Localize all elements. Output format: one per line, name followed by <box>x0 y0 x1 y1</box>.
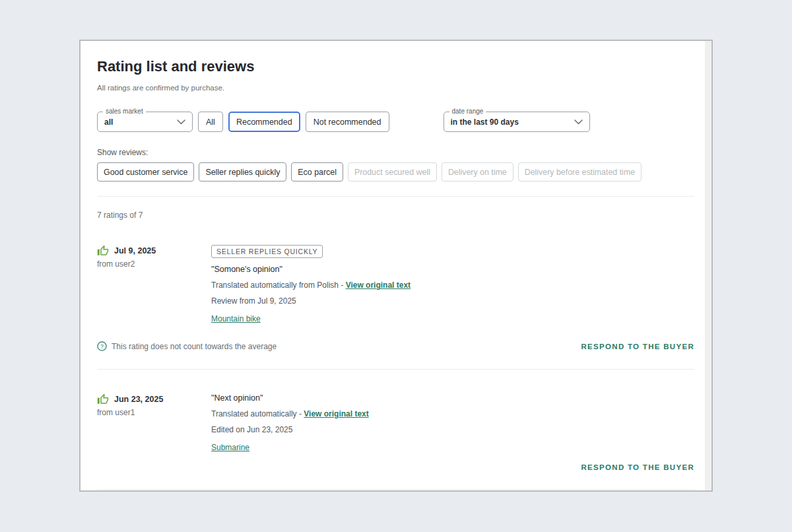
thumb-up-icon <box>97 393 109 405</box>
review-meta-column: Jul 9, 2025 from user2 <box>97 245 211 324</box>
show-reviews-label: Show reviews: <box>97 148 694 157</box>
translated-prefix: Translated automatically - <box>211 409 304 418</box>
divider <box>97 196 694 197</box>
note-respond-row: ? This rating does not count towards the… <box>97 341 694 351</box>
date-range-label: date range <box>449 108 486 115</box>
page-subtitle: All ratings are confirmed by purchase. <box>97 84 694 92</box>
sales-market-select[interactable]: sales market all <box>97 112 193 132</box>
translated-prefix: Translated automatically from Polish - <box>211 281 346 290</box>
review-tag-filters: Good customer service Seller replies qui… <box>97 162 694 182</box>
svg-text:?: ? <box>100 343 104 350</box>
filter-all-button[interactable]: All <box>198 112 223 132</box>
results-count: 7 ratings of 7 <box>97 211 694 220</box>
review-date: Jul 9, 2025 <box>114 246 156 255</box>
product-link[interactable]: Submarine <box>211 443 249 452</box>
filters-row: sales market all All Recommended Not rec… <box>97 112 694 132</box>
review-opinion: "Somone's opinion" <box>211 265 694 274</box>
rating-note: ? This rating does not count towards the… <box>97 341 277 351</box>
review-author: from user2 <box>97 259 211 269</box>
thumb-up-icon <box>97 245 109 257</box>
tag-seller-replies-quickly[interactable]: Seller replies quickly <box>199 162 286 182</box>
review-opinion: "Next opinion" <box>211 393 694 403</box>
review-date: Jun 23, 2025 <box>114 395 163 404</box>
translated-note: Translated automatically - View original… <box>211 409 694 418</box>
review-item: Jun 23, 2025 from user1 "Next opinion" T… <box>97 393 694 453</box>
respond-to-buyer-button[interactable]: RESPOND TO THE BUYER <box>581 463 694 471</box>
review-meta-column: Jun 23, 2025 from user1 <box>97 393 211 453</box>
translated-note: Translated automatically from Polish - V… <box>211 281 694 290</box>
page-background: { "page": { "title": "Rating list and re… <box>0 0 792 532</box>
page-title: Rating list and reviews <box>97 58 694 75</box>
review-meta: Edited on Jun 23, 2025 <box>211 425 694 434</box>
respond-to-buyer-button[interactable]: RESPOND TO THE BUYER <box>581 343 694 350</box>
review-author: from user1 <box>97 408 211 417</box>
review-body: SELLER REPLIES QUICKLY "Somone's opinion… <box>211 245 694 324</box>
tag-good-customer-service[interactable]: Good customer service <box>97 162 194 182</box>
view-original-text-link[interactable]: View original text <box>346 281 411 290</box>
tag-delivery-before-estimated-time: Delivery before estimated time <box>518 162 642 182</box>
rating-note-text: This rating does not count towards the a… <box>112 342 277 351</box>
ratings-panel: Rating list and reviews All ratings are … <box>79 40 713 492</box>
tag-delivery-on-time: Delivery on time <box>442 162 513 182</box>
chevron-down-icon <box>177 119 185 125</box>
review-tag-badge: SELLER REPLIES QUICKLY <box>211 245 323 258</box>
scrollbar-gutter <box>705 41 711 490</box>
chevron-down-icon <box>574 119 583 125</box>
sales-market-value: all <box>104 117 113 127</box>
divider <box>97 369 694 370</box>
question-mark-icon: ? <box>97 341 107 351</box>
sales-market-label: sales market <box>103 108 146 115</box>
tag-eco-parcel[interactable]: Eco parcel <box>291 162 343 182</box>
date-range-select[interactable]: date range in the last 90 days <box>444 112 590 132</box>
product-link[interactable]: Mountain bike <box>211 314 261 323</box>
filter-recommended-button[interactable]: Recommended <box>228 112 300 132</box>
respond-row: RESPOND TO THE BUYER <box>97 463 694 471</box>
filter-not-recommended-button[interactable]: Not recommended <box>306 112 389 132</box>
view-original-text-link[interactable]: View original text <box>304 409 368 418</box>
date-range-value: in the last 90 days <box>451 117 519 127</box>
review-body: "Next opinion" Translated automatically … <box>211 393 694 453</box>
review-item: Jul 9, 2025 from user2 SELLER REPLIES QU… <box>97 245 694 324</box>
tag-product-secured-well: Product secured well <box>348 162 437 182</box>
review-meta: Review from Jul 9, 2025 <box>211 296 694 306</box>
divider <box>97 489 694 490</box>
